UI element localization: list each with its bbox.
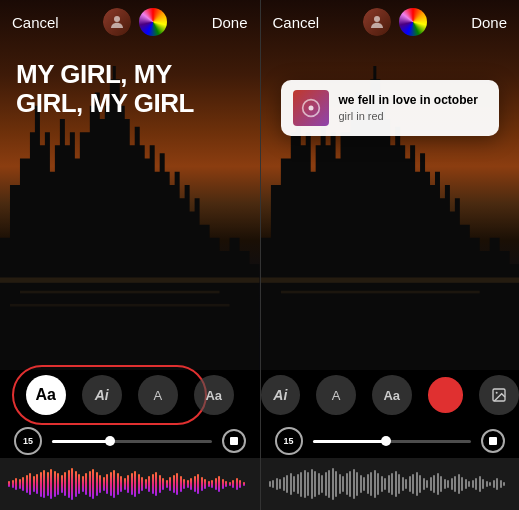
wf-bar-right bbox=[356, 472, 358, 496]
wf-bar-left bbox=[229, 482, 231, 486]
wf-bar-left bbox=[12, 480, 14, 488]
wf-bar-left bbox=[8, 481, 10, 487]
wf-bar-left bbox=[131, 473, 133, 495]
cancel-button-left[interactable]: Cancel bbox=[12, 14, 59, 31]
wf-bar-right bbox=[325, 472, 327, 496]
top-bar-icons-right bbox=[363, 8, 427, 36]
song-thumb bbox=[293, 90, 329, 126]
wf-bar-right bbox=[482, 479, 484, 489]
wf-bar-left bbox=[92, 469, 94, 499]
wf-bar-right bbox=[503, 482, 505, 486]
wf-bar-left bbox=[180, 476, 182, 492]
style-btn-img-right[interactable] bbox=[479, 375, 519, 415]
palette-icon-right[interactable] bbox=[399, 8, 427, 36]
style-btn-aa[interactable]: Aa bbox=[26, 375, 66, 415]
top-bar-right: Cancel Done bbox=[261, 0, 520, 44]
wf-bar-right bbox=[405, 479, 407, 489]
wf-bar-right bbox=[297, 474, 299, 494]
stop-button-left[interactable] bbox=[222, 429, 246, 453]
song-card[interactable]: we fell in love in october girl in red bbox=[281, 80, 500, 136]
wf-bar-left bbox=[159, 475, 161, 493]
wf-bar-left bbox=[106, 474, 108, 494]
wf-bar-left bbox=[127, 475, 129, 493]
wf-bar-left bbox=[166, 480, 168, 488]
wf-bar-left bbox=[222, 479, 224, 489]
wf-bar-left bbox=[194, 476, 196, 492]
palette-icon-left[interactable] bbox=[139, 8, 167, 36]
song-title: we fell in love in october bbox=[339, 93, 488, 109]
wf-bar-right bbox=[440, 476, 442, 492]
wf-bar-right bbox=[384, 478, 386, 490]
wf-bar-left bbox=[47, 472, 49, 496]
waveform-bars-right bbox=[269, 468, 512, 500]
svg-rect-2 bbox=[10, 304, 230, 307]
progress-thumb-left bbox=[105, 436, 115, 446]
wf-bar-left bbox=[148, 476, 150, 492]
wf-bar-left bbox=[145, 479, 147, 489]
done-button-left[interactable]: Done bbox=[212, 14, 248, 31]
wf-bar-right bbox=[328, 470, 330, 498]
wf-bar-left bbox=[134, 471, 136, 497]
wf-bar-left bbox=[40, 472, 42, 497]
style-btn-red-right[interactable] bbox=[428, 377, 464, 413]
wf-bar-right bbox=[479, 476, 481, 492]
wf-bar-right bbox=[307, 472, 309, 496]
wf-bar-right bbox=[269, 481, 271, 487]
wf-bar-left bbox=[54, 471, 56, 497]
wf-bar-left bbox=[204, 479, 206, 489]
style-btn-ai-right[interactable]: Ai bbox=[261, 375, 301, 415]
wf-bar-right bbox=[437, 473, 439, 495]
progress-track-left[interactable] bbox=[52, 440, 212, 443]
stop-button-right[interactable] bbox=[481, 429, 505, 453]
cancel-button-right[interactable]: Cancel bbox=[273, 14, 320, 31]
bg-scene-right bbox=[261, 0, 520, 370]
profile-icon-right[interactable] bbox=[363, 8, 391, 36]
wf-bar-right bbox=[412, 474, 414, 494]
style-btn-a[interactable]: A bbox=[138, 375, 178, 415]
wf-bar-right bbox=[468, 481, 470, 487]
wf-bar-left bbox=[43, 470, 45, 498]
wf-bar-left bbox=[71, 468, 73, 500]
wf-bar-right bbox=[496, 478, 498, 490]
song-info: we fell in love in october girl in red bbox=[339, 93, 488, 123]
wf-bar-right bbox=[318, 473, 320, 495]
wf-bar-right bbox=[377, 473, 379, 495]
wf-bar-right bbox=[293, 476, 295, 492]
wf-bar-right bbox=[360, 475, 362, 493]
time-badge-left: 15 bbox=[14, 427, 42, 455]
wf-bar-left bbox=[183, 479, 185, 489]
svg-rect-0 bbox=[0, 278, 260, 283]
wf-bar-left bbox=[22, 477, 24, 491]
wf-bar-right bbox=[283, 477, 285, 491]
wf-bar-right bbox=[388, 475, 390, 493]
style-btn-ai[interactable]: Ai bbox=[82, 375, 122, 415]
wf-bar-right bbox=[346, 473, 348, 495]
wf-bar-left bbox=[208, 481, 210, 487]
wf-bar-right bbox=[493, 480, 495, 488]
waveform-left bbox=[0, 458, 260, 510]
wf-bar-right bbox=[444, 479, 446, 489]
done-button-right[interactable]: Done bbox=[471, 14, 507, 31]
wf-bar-left bbox=[239, 480, 241, 488]
wf-bar-right bbox=[486, 481, 488, 487]
wf-bar-right bbox=[370, 472, 372, 496]
profile-icon-left[interactable] bbox=[103, 8, 131, 36]
wf-bar-right bbox=[349, 471, 351, 497]
wf-bar-left bbox=[124, 478, 126, 490]
wf-bar-left bbox=[187, 480, 189, 488]
wf-bar-right bbox=[472, 480, 474, 488]
wf-bar-left bbox=[232, 480, 234, 488]
progress-thumb-right bbox=[381, 436, 391, 446]
wf-bar-right bbox=[321, 475, 323, 493]
style-btn-aa-right[interactable]: Aa bbox=[372, 375, 412, 415]
top-bar-left: Cancel Done bbox=[0, 0, 260, 44]
wf-bar-right bbox=[304, 470, 306, 498]
style-btn-aa2[interactable]: Aa bbox=[194, 375, 234, 415]
wf-bar-right bbox=[353, 469, 355, 499]
progress-track-right[interactable] bbox=[313, 440, 472, 443]
wf-bar-left bbox=[169, 477, 171, 491]
wf-bar-left bbox=[215, 478, 217, 490]
wf-bar-right bbox=[416, 472, 418, 496]
style-bar-right: Ai A Aa bbox=[261, 375, 520, 415]
style-btn-a-right[interactable]: A bbox=[316, 375, 356, 415]
